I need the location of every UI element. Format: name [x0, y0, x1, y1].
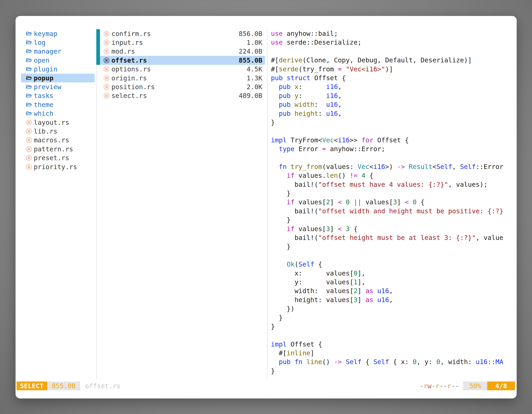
- svg-text:R: R: [105, 67, 108, 71]
- file-row[interactable]: R select.rs 489.0B: [100, 91, 265, 100]
- rust-file-icon: R: [26, 164, 32, 170]
- preview-pane: use anyhow::bail;use serde::Deserialize;…: [271, 29, 515, 379]
- permission-flag: w: [428, 382, 431, 390]
- parent-directory-pane: R keymap R: [21, 29, 95, 171]
- parent-dir-item[interactable]: R preview: [21, 82, 95, 91]
- parent-dir-item[interactable]: R which: [21, 109, 95, 118]
- current-directory-pane: R confirm.rs 856.0B R: [100, 29, 265, 100]
- permission-flag: -: [439, 382, 443, 390]
- parent-dir-item[interactable]: R tasks: [21, 91, 95, 100]
- file-name: keymap: [34, 30, 57, 38]
- svg-text:R: R: [27, 129, 30, 133]
- code-line: pub struct Offset {: [271, 74, 515, 82]
- file-name: input.rs: [111, 39, 143, 47]
- file-name: preset.rs: [34, 154, 69, 162]
- file-row[interactable]: R offset.rs 855.0B: [100, 56, 265, 65]
- file-row[interactable]: R confirm.rs 856.0B: [100, 29, 265, 38]
- parent-dir-item[interactable]: R macros.rs: [21, 136, 95, 144]
- file-size: 856.0B: [239, 30, 262, 38]
- file-row[interactable]: R origin.rs 1.3K: [100, 74, 265, 82]
- file-name: plugin: [34, 65, 57, 73]
- file-name: mod.rs: [111, 48, 135, 55]
- visual-selection-marker: [96, 29, 100, 38]
- visual-selection-marker: [96, 56, 100, 65]
- pane-divider-right: [267, 29, 267, 379]
- file-name: theme: [34, 101, 53, 109]
- folder-icon: [26, 110, 32, 116]
- mode-badge: SELECT: [17, 382, 47, 390]
- code-line: if values.len() != 4 {: [271, 171, 515, 180]
- parent-dir-item[interactable]: R log: [21, 38, 95, 47]
- folder-icon: [26, 57, 32, 63]
- file-row[interactable]: R position.rs 2.0K: [100, 82, 265, 91]
- svg-text:R: R: [105, 58, 108, 62]
- file-row[interactable]: R mod.rs 224.0B: [100, 47, 265, 56]
- svg-text:R: R: [105, 85, 108, 89]
- parent-dir-item[interactable]: R layout.rs: [21, 118, 95, 127]
- status-bar: SELECT 855.0B offset.rs -rw-r--r-- 50% 4…: [17, 382, 515, 390]
- svg-text:R: R: [27, 165, 30, 169]
- visual-selection-marker: [96, 47, 100, 56]
- parent-dir-item[interactable]: R theme: [21, 100, 95, 109]
- code-line: #[inline]: [271, 349, 515, 357]
- code-line: if values[2] < 0 || values[3] < 0 {: [271, 198, 515, 207]
- parent-dir-item[interactable]: R preset.rs: [21, 154, 95, 162]
- parent-dir-item[interactable]: R keymap: [21, 29, 95, 38]
- code-line: }: [271, 189, 515, 198]
- code-line: #[derive(Clone, Copy, Debug, Default, De…: [271, 56, 515, 65]
- folder-icon: [26, 31, 32, 37]
- code-line: bail!("offset height must be at least 3:…: [271, 233, 515, 242]
- rust-file-icon: R: [104, 31, 110, 37]
- file-name: options.rs: [111, 65, 151, 73]
- file-name: preview: [34, 83, 61, 91]
- parent-dir-item[interactable]: R open: [21, 56, 95, 65]
- permission-flag: r: [447, 382, 451, 390]
- code-line: Ok(Self {: [271, 260, 515, 269]
- parent-dir-item[interactable]: R plugin: [21, 65, 95, 74]
- rust-file-icon: R: [104, 57, 110, 63]
- code-line: [271, 47, 515, 56]
- code-line: impl Offset {: [271, 340, 515, 349]
- file-name: origin.rs: [111, 74, 147, 82]
- code-line: #[serde(try_from = "Vec<i16>")]: [271, 65, 515, 74]
- parent-dir-item[interactable]: R priority.rs: [21, 163, 95, 171]
- code-line: type Error = anyhow::Error;: [271, 144, 515, 154]
- code-line: pub x: i16,: [271, 82, 515, 91]
- code-line: pub y: i16,: [271, 91, 515, 100]
- parent-dir-item[interactable]: R manager: [21, 47, 95, 56]
- permission-flag: -: [455, 382, 459, 390]
- file-name: layout.rs: [34, 119, 69, 126]
- code-line: width: values[2] as u16,: [271, 287, 515, 295]
- rust-file-icon: R: [26, 128, 32, 135]
- file-row[interactable]: R input.rs 1.0K: [100, 38, 265, 47]
- file-name: open: [34, 57, 49, 64]
- rust-file-icon: R: [104, 39, 110, 46]
- code-line: y: values[1],: [271, 278, 515, 287]
- file-name: priority.rs: [34, 163, 77, 171]
- folder-icon: [26, 102, 32, 108]
- code-line: [271, 331, 515, 340]
- file-size: 224.0B: [239, 48, 262, 55]
- file-size: 1.0K: [247, 39, 262, 47]
- parent-dir-item[interactable]: R lib.rs: [21, 127, 95, 136]
- parent-dir-item[interactable]: R pattern.rs: [21, 144, 95, 154]
- file-permissions: -rw-r--r--: [420, 382, 459, 390]
- parent-dir-item[interactable]: R popup: [21, 74, 95, 82]
- folder-icon: [26, 39, 32, 46]
- svg-text:R: R: [27, 121, 30, 125]
- file-size: 855.0B: [239, 57, 262, 64]
- file-name: manager: [34, 48, 61, 55]
- permission-flag: -: [420, 382, 424, 390]
- code-line: }: [271, 242, 515, 251]
- code-line: }): [271, 304, 515, 313]
- code-line: [271, 127, 515, 136]
- svg-text:R: R: [105, 76, 108, 80]
- code-line: use anyhow::bail;: [271, 29, 515, 38]
- file-row[interactable]: R options.rs 4.5K: [100, 65, 265, 74]
- rust-file-icon: R: [26, 119, 32, 125]
- svg-text:R: R: [27, 156, 30, 160]
- folder-icon: [26, 75, 32, 81]
- permission-flag: r: [424, 382, 428, 390]
- code-line: use serde::Deserialize;: [271, 38, 515, 47]
- code-line: }: [271, 216, 515, 224]
